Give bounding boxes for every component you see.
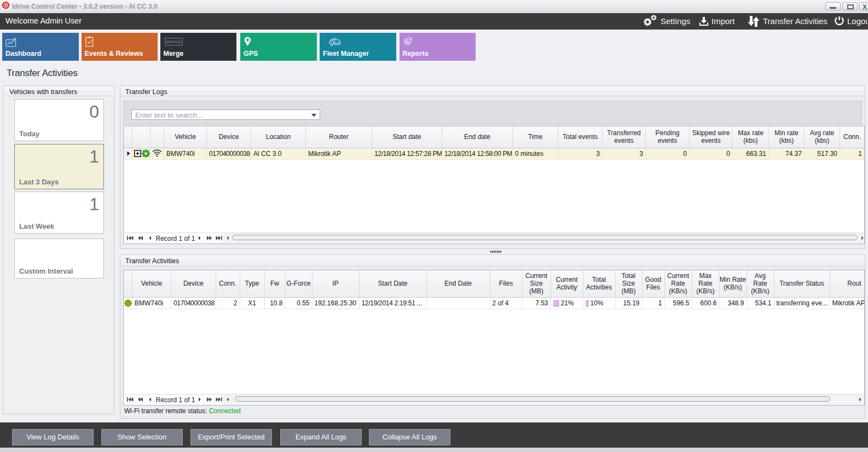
svg-text:MERGE: MERGE xyxy=(166,39,182,44)
